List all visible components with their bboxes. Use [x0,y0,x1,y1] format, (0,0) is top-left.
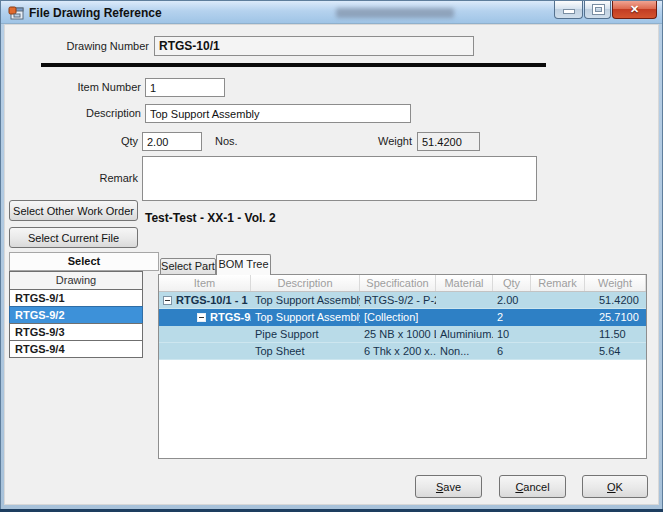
weight-label: Weight [305,135,412,147]
bom-row-selected[interactable]: RTGS-9/2... Top Support Assembly [Collec… [159,309,646,326]
bom-specification: [Collection] [360,309,436,325]
bom-specification: 6 Thk x 200 x... [360,343,436,359]
tab-bom-tree[interactable]: BOM Tree [216,254,271,275]
drawing-list-caption: Select [9,252,159,271]
collapse-icon[interactable] [163,296,172,305]
column-header-remark[interactable]: Remark [531,275,585,291]
item-number-label: Item Number [5,81,141,93]
select-other-work-order-button[interactable]: Select Other Work Order [9,200,138,221]
cancel-button[interactable]: Cancel [499,475,566,498]
drawing-list-item-selected[interactable]: RTGS-9/2 [9,306,143,324]
column-header-specification[interactable]: Specification [360,275,436,291]
bom-weight: 5.64 [585,343,646,359]
window-controls: ✕ [553,1,657,19]
drawing-list-item[interactable]: RTGS-9/4 [9,340,143,358]
weight-input[interactable] [417,132,480,151]
bom-qty: 2 [493,309,531,325]
remark-label: Remark [5,172,138,184]
app-icon [8,5,24,21]
bom-description: Top Sheet [251,343,360,359]
drawing-list-item[interactable]: RTGS-9/1 [9,289,143,307]
bom-specification: 25 NB x 1000 Lg [360,326,436,342]
bom-remark [531,309,585,325]
drawing-number-input[interactable] [154,36,474,56]
description-label: Description [5,107,141,119]
column-header-weight[interactable]: Weight [585,275,646,291]
column-header-material[interactable]: Material [436,275,493,291]
select-current-file-button[interactable]: Select Current File [9,227,138,248]
form-body: Drawing Number Item Number Description Q… [4,24,659,505]
collapse-icon[interactable] [197,313,206,322]
minimize-button[interactable] [554,1,583,19]
bom-material: Aluminium... [436,326,493,342]
bom-description: Top Support Assembly [251,309,360,325]
drawing-number-label: Drawing Number [5,40,149,52]
tab-select-part[interactable]: Select Part [160,258,216,275]
bom-item-text: RTGS-10/1 - 1 [176,292,248,308]
close-button[interactable]: ✕ [612,1,657,19]
bom-description: Top Support Assembly [251,292,360,308]
close-icon: ✕ [613,3,656,16]
bom-material [436,292,493,308]
bom-tree-grid: Item Description Specification Material … [158,274,647,459]
drawing-list: Drawing RTGS-9/1 RTGS-9/2 RTGS-9/3 RTGS-… [9,271,143,358]
bom-remark [531,326,585,342]
work-order-title: Test-Test - XX-1 - Vol. 2 [145,211,276,225]
divider-line [41,63,546,67]
column-header-qty[interactable]: Qty [493,275,531,291]
bom-remark [531,343,585,359]
bom-qty: 10 [493,326,531,342]
bom-specification: RTGS-9/2 - P-2 [360,292,436,308]
description-input[interactable] [145,104,411,123]
bom-weight: 11.50 [585,326,646,342]
item-number-input[interactable] [145,78,225,97]
bom-material: Non... [436,343,493,359]
ok-button[interactable]: OK [582,475,648,498]
bom-qty: 2.00 [493,292,531,308]
bom-description: Pipe Support [251,326,360,342]
bom-row[interactable]: Top Sheet 6 Thk x 200 x... Non... 6 5.64 [159,343,646,360]
column-header-description[interactable]: Description [251,275,360,291]
qty-input[interactable] [142,132,202,151]
maximize-button[interactable] [584,1,611,19]
title-bar[interactable]: File Drawing Reference ✕ [1,1,662,24]
bom-remark [531,292,585,308]
window-title: File Drawing Reference [29,6,162,20]
qty-unit-label: Nos. [215,135,238,147]
drawing-list-item[interactable]: RTGS-9/3 [9,323,143,341]
drawing-column-header: Drawing [9,271,143,290]
bom-weight: 51.4200 [585,292,646,308]
bom-row[interactable]: RTGS-10/1 - 1 Top Support Assembly RTGS-… [159,292,646,309]
qty-label: Qty [5,135,138,147]
column-header-item[interactable]: Item [159,275,251,291]
bom-material [436,309,493,325]
save-button[interactable]: Save [415,475,482,498]
maximize-icon [593,5,604,14]
bom-row[interactable]: Pipe Support 25 NB x 1000 Lg Aluminium..… [159,326,646,343]
minimize-icon [564,10,574,13]
remark-input[interactable] [142,156,537,201]
bom-grid-header: Item Description Specification Material … [159,275,646,292]
file-drawing-reference-window: File Drawing Reference ✕ Drawing Number … [0,0,663,512]
bom-item-text: RTGS-9/2... [210,309,251,325]
bom-weight: 25.7100 [585,309,646,325]
bom-qty: 6 [493,343,531,359]
redacted-text [336,8,454,18]
